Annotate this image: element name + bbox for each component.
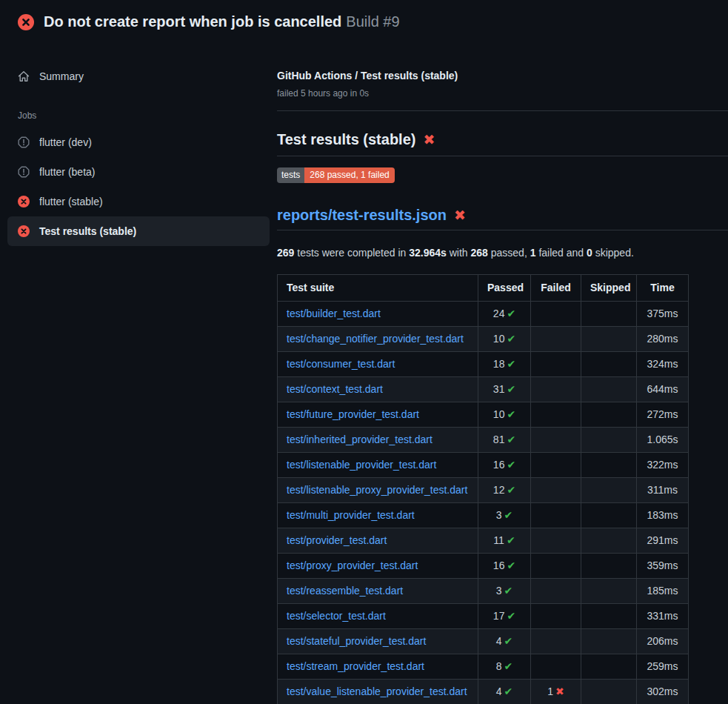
sidebar-item-label: Summary	[39, 69, 84, 84]
sidebar-item-flutter-dev[interactable]: flutter (dev)	[7, 127, 270, 157]
results-table: Test suite Passed Failed Skipped Time te…	[277, 274, 689, 704]
check-icon: ✔	[507, 308, 515, 319]
table-row: test/consumer_test.dart18✔324ms	[278, 352, 689, 377]
table-row: test/listenable_proxy_provider_test.dart…	[278, 478, 689, 503]
cell-passed: 16✔	[478, 554, 531, 579]
build-header: Do not create report when job is cancell…	[0, 0, 728, 41]
cell-test-suite: test/listenable_provider_test.dart	[278, 453, 478, 478]
cell-time: 206ms	[637, 629, 689, 654]
cell-passed: 4✔	[478, 680, 531, 704]
table-row: test/multi_provider_test.dart3✔183ms	[278, 503, 689, 528]
suite-link[interactable]: test/provider_test.dart	[287, 534, 387, 546]
suite-link[interactable]: test/value_listenable_provider_test.dart	[287, 685, 467, 697]
check-icon: ✔	[507, 434, 515, 445]
cell-passed: 16✔	[478, 453, 531, 478]
section-title-text: Test results (stable)	[277, 130, 415, 149]
suite-link[interactable]: test/context_test.dart	[287, 383, 383, 395]
x-circle-fill-icon	[18, 225, 30, 237]
cell-test-suite: test/selector_test.dart	[278, 604, 478, 629]
summary-skipped: 0	[587, 247, 592, 259]
section-title: Test results (stable) ✖	[277, 130, 728, 156]
passed-count: 16	[493, 559, 505, 571]
col-header-skipped: Skipped	[581, 275, 637, 302]
cell-test-suite: test/consumer_test.dart	[278, 352, 478, 377]
summary-failed: 1	[530, 247, 536, 259]
sidebar-item-summary[interactable]: Summary	[7, 62, 270, 91]
cell-failed	[531, 478, 581, 503]
cell-passed: 18✔	[478, 352, 531, 377]
table-row: test/listenable_provider_test.dart16✔322…	[278, 453, 689, 478]
divider	[277, 110, 728, 111]
suite-link[interactable]: test/reassemble_test.dart	[287, 585, 403, 597]
col-header-failed: Failed	[531, 275, 581, 302]
table-row: test/change_notifier_provider_test.dart1…	[278, 327, 689, 352]
cell-skipped	[581, 428, 637, 453]
cell-failed	[531, 654, 581, 680]
cell-failed	[531, 579, 581, 604]
suite-link[interactable]: test/consumer_test.dart	[287, 358, 395, 370]
check-icon: ✔	[507, 383, 515, 395]
suite-link[interactable]: test/multi_provider_test.dart	[287, 509, 415, 521]
cell-failed	[531, 327, 581, 352]
suite-link[interactable]: test/change_notifier_provider_test.dart	[287, 333, 464, 345]
passed-count: 4	[496, 635, 502, 647]
cell-test-suite: test/future_provider_test.dart	[278, 402, 478, 428]
cell-failed	[531, 629, 581, 654]
cell-passed: 3✔	[478, 503, 531, 528]
suite-link[interactable]: test/proxy_provider_test.dart	[287, 559, 418, 571]
cell-test-suite: test/provider_test.dart	[278, 528, 478, 554]
cell-time: 291ms	[637, 528, 689, 554]
sidebar-item-flutter-beta[interactable]: flutter (beta)	[7, 157, 270, 187]
cell-skipped	[581, 554, 637, 579]
summary-total: 269	[277, 247, 294, 259]
table-row: test/provider_test.dart11✔291ms	[278, 528, 689, 554]
cell-time: 272ms	[637, 402, 689, 428]
passed-count: 4	[496, 685, 502, 697]
report-title: reports/test-results.json ✖	[277, 205, 728, 230]
cell-failed	[531, 352, 581, 377]
col-header-passed: Passed	[478, 275, 531, 302]
cross-icon: ✖	[555, 685, 564, 697]
suite-link[interactable]: test/stateful_provider_test.dart	[287, 635, 426, 647]
cell-skipped	[581, 453, 637, 478]
col-header-time: Time	[637, 275, 689, 302]
cell-time: 644ms	[637, 377, 689, 402]
jobs-section-label: Jobs	[0, 91, 277, 127]
cell-test-suite: test/value_listenable_provider_test.dart	[278, 680, 478, 704]
col-header-test-suite: Test suite	[278, 275, 478, 302]
cell-passed: 31✔	[478, 377, 531, 402]
passed-count: 24	[493, 308, 505, 319]
table-row: test/value_listenable_provider_test.dart…	[278, 680, 689, 704]
check-icon: ✔	[507, 459, 515, 471]
table-row: test/stateful_provider_test.dart4✔206ms	[278, 629, 689, 654]
sidebar-item-label: Test results (stable)	[39, 224, 136, 239]
cell-skipped	[581, 402, 637, 428]
suite-link[interactable]: test/future_provider_test.dart	[287, 408, 419, 420]
passed-count: 8	[496, 660, 502, 672]
cell-time: 183ms	[637, 503, 689, 528]
cell-test-suite: test/multi_provider_test.dart	[278, 503, 478, 528]
passed-count: 81	[493, 434, 505, 445]
check-icon: ✔	[507, 408, 515, 420]
cell-passed: 4✔	[478, 629, 531, 654]
suite-link[interactable]: test/stream_provider_test.dart	[287, 660, 424, 672]
suite-link[interactable]: test/inherited_provider_test.dart	[287, 434, 433, 445]
suite-link[interactable]: test/selector_test.dart	[287, 610, 386, 622]
sidebar-item-test-results-stable[interactable]: Test results (stable)	[7, 216, 270, 246]
tests-badge: tests 268 passed, 1 failed	[277, 167, 395, 183]
suite-link[interactable]: test/listenable_provider_test.dart	[287, 459, 436, 471]
failed-x-icon: ✖	[423, 133, 435, 147]
summary-passed: 268	[471, 247, 488, 259]
report-file-link[interactable]: reports/test-results.json	[277, 205, 447, 225]
cell-test-suite: test/reassemble_test.dart	[278, 579, 478, 604]
check-icon: ✔	[504, 635, 513, 647]
sidebar-item-flutter-stable[interactable]: flutter (stable)	[7, 187, 270, 216]
cell-skipped	[581, 629, 637, 654]
cell-passed: 81✔	[478, 428, 531, 453]
cell-skipped	[581, 528, 637, 554]
suite-link[interactable]: test/builder_test.dart	[287, 308, 381, 319]
suite-link[interactable]: test/listenable_proxy_provider_test.dart	[287, 484, 467, 496]
cell-time: 185ms	[637, 579, 689, 604]
table-row: test/reassemble_test.dart3✔185ms	[278, 579, 689, 604]
table-row: test/context_test.dart31✔644ms	[278, 377, 689, 402]
